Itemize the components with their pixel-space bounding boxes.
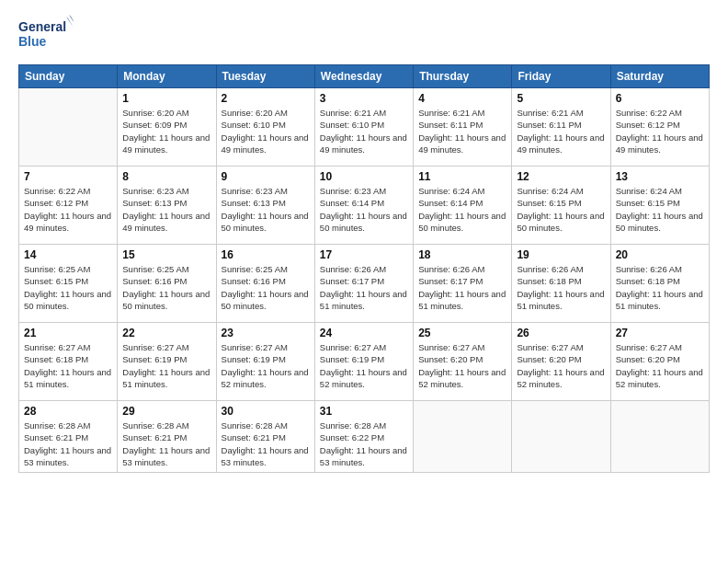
- day-number: 3: [320, 92, 408, 105]
- cell-info: Sunrise: 6:21 AMSunset: 6:11 PMDaylight:…: [418, 107, 506, 155]
- day-cell-3: 3 Sunrise: 6:21 AMSunset: 6:10 PMDayligh…: [314, 88, 413, 167]
- empty-cell: [414, 401, 512, 473]
- day-header-sunday: Sunday: [19, 65, 118, 88]
- day-cell-24: 24 Sunrise: 6:27 AMSunset: 6:19 PMDaylig…: [314, 323, 413, 401]
- day-cell-9: 9 Sunrise: 6:23 AMSunset: 6:13 PMDayligh…: [216, 167, 314, 245]
- day-number: 5: [517, 92, 605, 105]
- cell-info: Sunrise: 6:24 AMSunset: 6:14 PMDaylight:…: [418, 185, 506, 234]
- day-cell-5: 5 Sunrise: 6:21 AMSunset: 6:11 PMDayligh…: [512, 88, 610, 167]
- cell-info: Sunrise: 6:27 AMSunset: 6:20 PMDaylight:…: [616, 341, 704, 390]
- cell-info: Sunrise: 6:28 AMSunset: 6:21 PMDaylight:…: [122, 419, 210, 468]
- day-number: 9: [222, 170, 310, 183]
- day-cell-28: 28 Sunrise: 6:28 AMSunset: 6:21 PMDaylig…: [19, 401, 118, 473]
- svg-text:Blue: Blue: [18, 34, 47, 49]
- day-number: 23: [222, 327, 310, 339]
- day-cell-2: 2 Sunrise: 6:20 AMSunset: 6:10 PMDayligh…: [216, 88, 314, 167]
- day-number: 19: [517, 248, 605, 261]
- day-cell-4: 4 Sunrise: 6:21 AMSunset: 6:11 PMDayligh…: [414, 88, 512, 167]
- empty-cell: [512, 401, 610, 473]
- cell-info: Sunrise: 6:23 AMSunset: 6:13 PMDaylight:…: [122, 185, 210, 234]
- cell-info: Sunrise: 6:28 AMSunset: 6:21 PMDaylight:…: [222, 419, 310, 468]
- logo: General Blue: [18, 15, 74, 55]
- day-number: 27: [616, 327, 704, 339]
- day-cell-25: 25 Sunrise: 6:27 AMSunset: 6:20 PMDaylig…: [414, 323, 512, 401]
- day-cell-17: 17 Sunrise: 6:26 AMSunset: 6:17 PMDaylig…: [314, 245, 413, 323]
- logo-svg: General Blue: [18, 15, 74, 55]
- day-number: 13: [616, 170, 704, 183]
- day-cell-27: 27 Sunrise: 6:27 AMSunset: 6:20 PMDaylig…: [610, 323, 709, 401]
- cell-info: Sunrise: 6:20 AMSunset: 6:10 PMDaylight:…: [222, 107, 310, 155]
- day-number: 15: [122, 248, 210, 261]
- cell-info: Sunrise: 6:23 AMSunset: 6:13 PMDaylight:…: [222, 185, 310, 234]
- day-cell-15: 15 Sunrise: 6:25 AMSunset: 6:16 PMDaylig…: [118, 245, 216, 323]
- cell-info: Sunrise: 6:27 AMSunset: 6:18 PMDaylight:…: [24, 341, 112, 390]
- day-cell-18: 18 Sunrise: 6:26 AMSunset: 6:17 PMDaylig…: [414, 245, 512, 323]
- day-number: 29: [122, 405, 210, 418]
- cell-info: Sunrise: 6:21 AMSunset: 6:11 PMDaylight:…: [517, 107, 605, 155]
- cell-info: Sunrise: 6:23 AMSunset: 6:14 PMDaylight:…: [320, 185, 408, 234]
- day-cell-31: 31 Sunrise: 6:28 AMSunset: 6:22 PMDaylig…: [314, 401, 413, 473]
- day-number: 24: [320, 327, 408, 339]
- cell-info: Sunrise: 6:26 AMSunset: 6:17 PMDaylight:…: [418, 263, 506, 312]
- empty-cell: [610, 401, 709, 473]
- day-header-tuesday: Tuesday: [216, 65, 314, 88]
- day-number: 25: [418, 327, 506, 339]
- cell-info: Sunrise: 6:27 AMSunset: 6:19 PMDaylight:…: [122, 341, 210, 390]
- day-cell-7: 7 Sunrise: 6:22 AMSunset: 6:12 PMDayligh…: [19, 167, 118, 245]
- cell-info: Sunrise: 6:21 AMSunset: 6:10 PMDaylight:…: [320, 107, 408, 155]
- day-cell-20: 20 Sunrise: 6:26 AMSunset: 6:18 PMDaylig…: [610, 245, 709, 323]
- day-number: 21: [24, 327, 112, 339]
- cell-info: Sunrise: 6:27 AMSunset: 6:19 PMDaylight:…: [222, 341, 310, 390]
- day-cell-1: 1 Sunrise: 6:20 AMSunset: 6:09 PMDayligh…: [118, 88, 216, 167]
- day-number: 1: [122, 92, 210, 105]
- day-cell-14: 14 Sunrise: 6:25 AMSunset: 6:15 PMDaylig…: [19, 245, 118, 323]
- day-cell-21: 21 Sunrise: 6:27 AMSunset: 6:18 PMDaylig…: [19, 323, 118, 401]
- day-cell-8: 8 Sunrise: 6:23 AMSunset: 6:13 PMDayligh…: [118, 167, 216, 245]
- header: General Blue: [18, 15, 710, 55]
- day-number: 28: [24, 405, 112, 418]
- day-header-friday: Friday: [512, 65, 610, 88]
- day-cell-13: 13 Sunrise: 6:24 AMSunset: 6:15 PMDaylig…: [610, 167, 709, 245]
- cell-info: Sunrise: 6:24 AMSunset: 6:15 PMDaylight:…: [517, 185, 605, 234]
- page: General Blue SundayMondayTuesdayWednesda…: [0, 0, 728, 563]
- day-cell-16: 16 Sunrise: 6:25 AMSunset: 6:16 PMDaylig…: [216, 245, 314, 323]
- calendar-table: SundayMondayTuesdayWednesdayThursdayFrid…: [18, 64, 710, 473]
- day-number: 30: [222, 405, 310, 418]
- svg-marker-2: [66, 17, 74, 28]
- cell-info: Sunrise: 6:26 AMSunset: 6:17 PMDaylight:…: [320, 263, 408, 312]
- cell-info: Sunrise: 6:25 AMSunset: 6:15 PMDaylight:…: [24, 263, 112, 312]
- day-number: 26: [517, 327, 605, 339]
- svg-text:General: General: [18, 19, 66, 34]
- day-number: 16: [222, 248, 310, 261]
- day-number: 22: [122, 327, 210, 339]
- day-number: 12: [517, 170, 605, 183]
- cell-info: Sunrise: 6:22 AMSunset: 6:12 PMDaylight:…: [616, 107, 704, 155]
- cell-info: Sunrise: 6:22 AMSunset: 6:12 PMDaylight:…: [24, 185, 112, 234]
- cell-info: Sunrise: 6:27 AMSunset: 6:20 PMDaylight:…: [517, 341, 605, 390]
- day-header-monday: Monday: [118, 65, 216, 88]
- empty-cell: [19, 88, 118, 167]
- day-cell-23: 23 Sunrise: 6:27 AMSunset: 6:19 PMDaylig…: [216, 323, 314, 401]
- cell-info: Sunrise: 6:25 AMSunset: 6:16 PMDaylight:…: [222, 263, 310, 312]
- day-number: 17: [320, 248, 408, 261]
- day-number: 11: [418, 170, 506, 183]
- day-cell-11: 11 Sunrise: 6:24 AMSunset: 6:14 PMDaylig…: [414, 167, 512, 245]
- cell-info: Sunrise: 6:28 AMSunset: 6:22 PMDaylight:…: [320, 419, 408, 468]
- day-header-wednesday: Wednesday: [314, 65, 413, 88]
- cell-info: Sunrise: 6:27 AMSunset: 6:20 PMDaylight:…: [418, 341, 506, 390]
- day-number: 2: [222, 92, 310, 105]
- day-cell-29: 29 Sunrise: 6:28 AMSunset: 6:21 PMDaylig…: [118, 401, 216, 473]
- cell-info: Sunrise: 6:25 AMSunset: 6:16 PMDaylight:…: [122, 263, 210, 312]
- cell-info: Sunrise: 6:26 AMSunset: 6:18 PMDaylight:…: [616, 263, 704, 312]
- day-cell-30: 30 Sunrise: 6:28 AMSunset: 6:21 PMDaylig…: [216, 401, 314, 473]
- day-header-thursday: Thursday: [414, 65, 512, 88]
- day-number: 20: [616, 248, 704, 261]
- day-number: 31: [320, 405, 408, 418]
- day-number: 18: [418, 248, 506, 261]
- day-number: 10: [320, 170, 408, 183]
- cell-info: Sunrise: 6:20 AMSunset: 6:09 PMDaylight:…: [122, 107, 210, 155]
- day-cell-19: 19 Sunrise: 6:26 AMSunset: 6:18 PMDaylig…: [512, 245, 610, 323]
- cell-info: Sunrise: 6:28 AMSunset: 6:21 PMDaylight:…: [24, 419, 112, 468]
- day-cell-10: 10 Sunrise: 6:23 AMSunset: 6:14 PMDaylig…: [314, 167, 413, 245]
- cell-info: Sunrise: 6:24 AMSunset: 6:15 PMDaylight:…: [616, 185, 704, 234]
